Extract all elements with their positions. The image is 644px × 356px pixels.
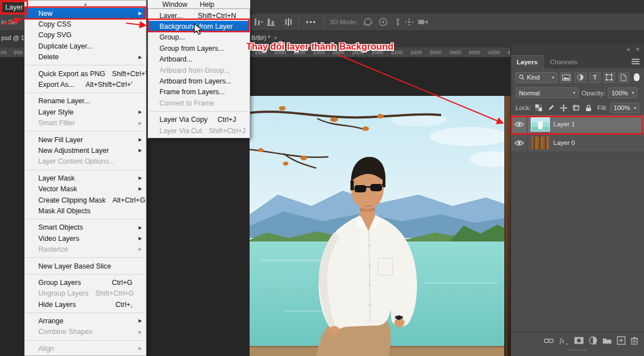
menu-item-delete[interactable]: Delete▶ <box>25 52 146 63</box>
menu-item-create-clipping-mask[interactable]: Create Clipping MaskAlt+Ctrl+G <box>25 195 146 205</box>
3d-pan-icon[interactable] <box>392 17 403 27</box>
tab-close-icon[interactable]: × <box>274 34 277 41</box>
layer-row-layer-1[interactable]: Layer 1 <box>511 115 644 134</box>
menu-item-mask-all-objects[interactable]: Mask All Objects <box>25 205 146 216</box>
menu-item-artboard-from-layers[interactable]: Artboard from Layers... <box>148 76 250 86</box>
layer-thumbnail[interactable] <box>531 137 549 150</box>
layer-menu-button[interactable]: Layer <box>1 1 27 14</box>
menu-item-rename-layer[interactable]: Rename Layer... <box>25 96 146 107</box>
visibility-toggle[interactable] <box>511 134 527 152</box>
align-center-icon[interactable] <box>283 17 294 27</box>
annotation-callout: Thay đổi layer thành Background <box>246 41 393 52</box>
menu-item-ungroup-layers: Ungroup LayersShift+Ctrl+G <box>25 288 146 299</box>
blend-mode-select[interactable]: Normal▾ <box>516 87 579 98</box>
submenu-arrow-icon: ▶ <box>139 329 142 335</box>
menu-item-label: Align <box>38 345 54 353</box>
menu-item-artboard[interactable]: Artboard... <box>148 54 250 65</box>
link-layers-icon[interactable] <box>544 337 554 344</box>
menu-item-vector-mask[interactable]: Vector Mask▶ <box>25 183 146 194</box>
menu-item-hide-layers[interactable]: Hide LayersCtrl+, <box>25 299 146 310</box>
delete-layer-icon[interactable] <box>630 336 638 345</box>
document-tab-active[interactable]: B/8#) *× <box>251 34 277 41</box>
filter-pixel-layers-icon[interactable] <box>560 72 572 83</box>
visibility-toggle[interactable] <box>511 115 527 133</box>
more-options-icon[interactable]: ••• <box>306 18 317 26</box>
filter-type-layers-icon[interactable]: T <box>589 72 601 83</box>
menu-item-new[interactable]: New▶ <box>25 8 146 19</box>
lock-all-icon[interactable] <box>584 103 593 112</box>
menu-item-smart-objects[interactable]: Smart Objects▶ <box>25 222 146 233</box>
collapse-panel-icon[interactable]: « <box>627 46 630 52</box>
new-layer-icon[interactable] <box>617 336 625 345</box>
menu-separator <box>26 340 145 341</box>
panel-tabs: Layers Channels <box>511 54 644 68</box>
menu-item-video-layers[interactable]: Video Layers▶ <box>25 233 146 244</box>
filter-shape-layers-icon[interactable] <box>603 72 615 83</box>
ruler-tick-label: 800 <box>14 49 23 55</box>
distribute-bottom-icon[interactable] <box>266 17 276 27</box>
menu-item-copy-svg[interactable]: Copy SVG <box>25 30 146 41</box>
panel-menu-icon[interactable] <box>632 58 639 65</box>
lock-pixels-icon[interactable] <box>547 103 556 112</box>
lock-position-icon[interactable] <box>559 103 569 112</box>
menu-item-export-as[interactable]: Export As...Alt+Shift+Ctrl+' <box>25 79 146 90</box>
filter-toggle[interactable] <box>634 73 639 81</box>
menu-item-label: New <box>38 10 52 17</box>
layers-list-empty-area <box>511 152 644 332</box>
menu-item-layer-via-copy[interactable]: Layer Via CopyCtrl+J <box>148 115 250 125</box>
close-panel-icon[interactable]: × <box>636 46 639 52</box>
new-group-folder-icon[interactable] <box>602 337 612 344</box>
opacity-field[interactable]: 100%▾ <box>608 87 637 98</box>
lock-artboard-icon[interactable] <box>571 103 581 112</box>
menu-separator <box>149 111 248 112</box>
submenu-arrow-icon: ▶ <box>139 175 142 181</box>
menu-item-shortcut: Shift+Ctrl+G <box>88 289 134 297</box>
tab-channels[interactable]: Channels <box>544 56 584 68</box>
add-adjustment-layer-icon[interactable] <box>589 336 597 345</box>
align-left-edges-icon[interactable] <box>254 17 264 27</box>
menu-item-convert-to-frame: Convert to Frame <box>148 98 250 108</box>
menu-window[interactable]: Window <box>162 1 187 8</box>
3d-camera-icon[interactable] <box>417 17 429 27</box>
menu-item-copy-css[interactable]: Copy CSS <box>25 19 146 29</box>
layer-name[interactable]: Layer 0 <box>553 139 575 146</box>
filter-smart-objects-icon[interactable] <box>618 72 630 83</box>
menu-item-frame-from-layers[interactable]: Frame from Layers... <box>148 87 250 98</box>
kind-filter-dropdown[interactable]: Kind ▾ <box>516 72 557 83</box>
layer-style-fx-icon[interactable]: fx <box>559 337 569 345</box>
3d-roll-icon[interactable] <box>377 17 389 27</box>
menu-item-background-from-layer[interactable]: Background from Layer <box>148 21 250 32</box>
menu-item-layer-mask[interactable]: Layer Mask▶ <box>25 173 146 183</box>
submenu-arrow-icon: ▶ <box>139 109 142 115</box>
menu-scroll-up-icon[interactable]: ▲ <box>25 1 146 8</box>
menu-item-arrange[interactable]: Arrange▶ <box>25 315 146 326</box>
filter-adjustment-layers-icon[interactable] <box>575 72 587 83</box>
menu-item-label: New Fill Layer <box>38 136 83 144</box>
document-tab-left[interactable]: psd @ 1 <box>1 34 24 41</box>
menu-item-new-adjustment-layer[interactable]: New Adjustment Layer▶ <box>25 145 146 156</box>
layer-thumbnail[interactable] <box>531 118 549 131</box>
lock-transparency-icon[interactable] <box>534 103 544 112</box>
panel-resize-grip[interactable] <box>511 349 644 351</box>
menu-item-new-fill-layer[interactable]: New Fill Layer▶ <box>25 134 146 145</box>
3d-orbit-icon[interactable] <box>362 17 374 27</box>
layer-row-layer-0[interactable]: Layer 0 <box>511 134 644 152</box>
menu-separator <box>26 313 145 313</box>
menu-item-layer-style[interactable]: Layer Style▶ <box>25 107 146 117</box>
menu-item-quick-export-as-png[interactable]: Quick Export as PNGShift+Ctrl+' <box>25 68 146 79</box>
tab-layers[interactable]: Layers <box>511 55 544 68</box>
fill-field[interactable]: 100%▾ <box>610 103 639 113</box>
menu-item-group[interactable]: Group... <box>148 32 250 43</box>
3d-slide-icon[interactable] <box>403 17 415 27</box>
ruler-tick-label: 3400 <box>410 49 422 55</box>
add-layer-mask-icon[interactable] <box>574 337 584 344</box>
menu-item-group-from-layers[interactable]: Group from Layers... <box>148 43 250 54</box>
canvas-photo[interactable] <box>250 96 510 356</box>
menu-item-group-layers[interactable]: Group LayersCtrl+G <box>25 277 146 288</box>
menu-item-duplicate-layer[interactable]: Duplicate Layer... <box>25 41 146 51</box>
menu-help[interactable]: Help <box>199 1 214 8</box>
menu-item-new-layer-based-slice[interactable]: New Layer Based Slice <box>25 261 146 271</box>
menu-item-layer[interactable]: Layer...Shift+Ctrl+N <box>148 10 250 21</box>
submenu-arrow-icon: ▶ <box>139 236 142 241</box>
layer-name[interactable]: Layer 1 <box>553 121 575 128</box>
